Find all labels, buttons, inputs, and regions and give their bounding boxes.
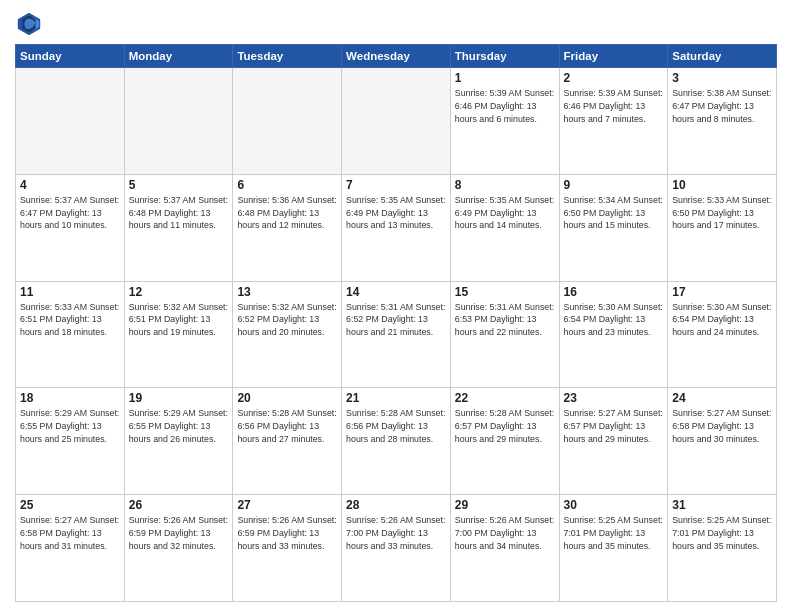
- col-header-tuesday: Tuesday: [233, 45, 342, 68]
- day-info: Sunrise: 5:27 AM Sunset: 6:58 PM Dayligh…: [20, 514, 120, 552]
- day-cell: 20Sunrise: 5:28 AM Sunset: 6:56 PM Dayli…: [233, 388, 342, 495]
- day-info: Sunrise: 5:33 AM Sunset: 6:51 PM Dayligh…: [20, 301, 120, 339]
- col-header-thursday: Thursday: [450, 45, 559, 68]
- day-number: 5: [129, 178, 229, 192]
- day-cell: 21Sunrise: 5:28 AM Sunset: 6:56 PM Dayli…: [342, 388, 451, 495]
- col-header-saturday: Saturday: [668, 45, 777, 68]
- day-info: Sunrise: 5:35 AM Sunset: 6:49 PM Dayligh…: [346, 194, 446, 232]
- day-cell: 28Sunrise: 5:26 AM Sunset: 7:00 PM Dayli…: [342, 495, 451, 602]
- day-number: 4: [20, 178, 120, 192]
- day-cell: 19Sunrise: 5:29 AM Sunset: 6:55 PM Dayli…: [124, 388, 233, 495]
- day-number: 26: [129, 498, 229, 512]
- calendar-table: SundayMondayTuesdayWednesdayThursdayFrid…: [15, 44, 777, 602]
- day-cell: 13Sunrise: 5:32 AM Sunset: 6:52 PM Dayli…: [233, 281, 342, 388]
- day-number: 18: [20, 391, 120, 405]
- col-header-monday: Monday: [124, 45, 233, 68]
- logo-icon: [15, 10, 43, 38]
- col-header-wednesday: Wednesday: [342, 45, 451, 68]
- week-row-3: 11Sunrise: 5:33 AM Sunset: 6:51 PM Dayli…: [16, 281, 777, 388]
- day-cell: 5Sunrise: 5:37 AM Sunset: 6:48 PM Daylig…: [124, 174, 233, 281]
- day-cell: 15Sunrise: 5:31 AM Sunset: 6:53 PM Dayli…: [450, 281, 559, 388]
- week-row-2: 4Sunrise: 5:37 AM Sunset: 6:47 PM Daylig…: [16, 174, 777, 281]
- day-number: 1: [455, 71, 555, 85]
- day-info: Sunrise: 5:25 AM Sunset: 7:01 PM Dayligh…: [672, 514, 772, 552]
- day-info: Sunrise: 5:36 AM Sunset: 6:48 PM Dayligh…: [237, 194, 337, 232]
- day-cell: 23Sunrise: 5:27 AM Sunset: 6:57 PM Dayli…: [559, 388, 668, 495]
- day-number: 27: [237, 498, 337, 512]
- day-cell: 1Sunrise: 5:39 AM Sunset: 6:46 PM Daylig…: [450, 68, 559, 175]
- day-cell: 30Sunrise: 5:25 AM Sunset: 7:01 PM Dayli…: [559, 495, 668, 602]
- header: [15, 10, 777, 38]
- week-row-4: 18Sunrise: 5:29 AM Sunset: 6:55 PM Dayli…: [16, 388, 777, 495]
- day-info: Sunrise: 5:31 AM Sunset: 6:53 PM Dayligh…: [455, 301, 555, 339]
- day-cell: [16, 68, 125, 175]
- col-header-friday: Friday: [559, 45, 668, 68]
- day-cell: 12Sunrise: 5:32 AM Sunset: 6:51 PM Dayli…: [124, 281, 233, 388]
- logo: [15, 10, 47, 38]
- day-cell: 31Sunrise: 5:25 AM Sunset: 7:01 PM Dayli…: [668, 495, 777, 602]
- day-cell: 10Sunrise: 5:33 AM Sunset: 6:50 PM Dayli…: [668, 174, 777, 281]
- day-number: 6: [237, 178, 337, 192]
- week-row-5: 25Sunrise: 5:27 AM Sunset: 6:58 PM Dayli…: [16, 495, 777, 602]
- day-info: Sunrise: 5:32 AM Sunset: 6:51 PM Dayligh…: [129, 301, 229, 339]
- day-info: Sunrise: 5:28 AM Sunset: 6:56 PM Dayligh…: [237, 407, 337, 445]
- day-info: Sunrise: 5:34 AM Sunset: 6:50 PM Dayligh…: [564, 194, 664, 232]
- day-cell: 22Sunrise: 5:28 AM Sunset: 6:57 PM Dayli…: [450, 388, 559, 495]
- day-info: Sunrise: 5:27 AM Sunset: 6:58 PM Dayligh…: [672, 407, 772, 445]
- day-info: Sunrise: 5:35 AM Sunset: 6:49 PM Dayligh…: [455, 194, 555, 232]
- day-cell: 18Sunrise: 5:29 AM Sunset: 6:55 PM Dayli…: [16, 388, 125, 495]
- day-number: 23: [564, 391, 664, 405]
- day-number: 22: [455, 391, 555, 405]
- day-cell: [342, 68, 451, 175]
- day-info: Sunrise: 5:39 AM Sunset: 6:46 PM Dayligh…: [564, 87, 664, 125]
- day-number: 7: [346, 178, 446, 192]
- day-info: Sunrise: 5:30 AM Sunset: 6:54 PM Dayligh…: [564, 301, 664, 339]
- day-number: 19: [129, 391, 229, 405]
- day-number: 14: [346, 285, 446, 299]
- day-cell: 16Sunrise: 5:30 AM Sunset: 6:54 PM Dayli…: [559, 281, 668, 388]
- day-number: 21: [346, 391, 446, 405]
- day-info: Sunrise: 5:26 AM Sunset: 7:00 PM Dayligh…: [455, 514, 555, 552]
- day-number: 17: [672, 285, 772, 299]
- day-info: Sunrise: 5:28 AM Sunset: 6:57 PM Dayligh…: [455, 407, 555, 445]
- day-cell: 24Sunrise: 5:27 AM Sunset: 6:58 PM Dayli…: [668, 388, 777, 495]
- day-info: Sunrise: 5:27 AM Sunset: 6:57 PM Dayligh…: [564, 407, 664, 445]
- day-number: 24: [672, 391, 772, 405]
- day-cell: 17Sunrise: 5:30 AM Sunset: 6:54 PM Dayli…: [668, 281, 777, 388]
- day-info: Sunrise: 5:33 AM Sunset: 6:50 PM Dayligh…: [672, 194, 772, 232]
- day-number: 9: [564, 178, 664, 192]
- day-number: 16: [564, 285, 664, 299]
- day-info: Sunrise: 5:30 AM Sunset: 6:54 PM Dayligh…: [672, 301, 772, 339]
- day-number: 25: [20, 498, 120, 512]
- day-info: Sunrise: 5:31 AM Sunset: 6:52 PM Dayligh…: [346, 301, 446, 339]
- day-info: Sunrise: 5:29 AM Sunset: 6:55 PM Dayligh…: [20, 407, 120, 445]
- day-info: Sunrise: 5:26 AM Sunset: 6:59 PM Dayligh…: [129, 514, 229, 552]
- day-cell: 2Sunrise: 5:39 AM Sunset: 6:46 PM Daylig…: [559, 68, 668, 175]
- week-row-1: 1Sunrise: 5:39 AM Sunset: 6:46 PM Daylig…: [16, 68, 777, 175]
- day-info: Sunrise: 5:26 AM Sunset: 6:59 PM Dayligh…: [237, 514, 337, 552]
- day-number: 15: [455, 285, 555, 299]
- col-header-sunday: Sunday: [16, 45, 125, 68]
- day-number: 12: [129, 285, 229, 299]
- day-cell: 8Sunrise: 5:35 AM Sunset: 6:49 PM Daylig…: [450, 174, 559, 281]
- day-cell: 6Sunrise: 5:36 AM Sunset: 6:48 PM Daylig…: [233, 174, 342, 281]
- day-cell: 29Sunrise: 5:26 AM Sunset: 7:00 PM Dayli…: [450, 495, 559, 602]
- day-number: 13: [237, 285, 337, 299]
- calendar-header-row: SundayMondayTuesdayWednesdayThursdayFrid…: [16, 45, 777, 68]
- day-number: 11: [20, 285, 120, 299]
- day-number: 8: [455, 178, 555, 192]
- day-number: 3: [672, 71, 772, 85]
- day-info: Sunrise: 5:37 AM Sunset: 6:47 PM Dayligh…: [20, 194, 120, 232]
- day-cell: [233, 68, 342, 175]
- day-number: 30: [564, 498, 664, 512]
- day-cell: 14Sunrise: 5:31 AM Sunset: 6:52 PM Dayli…: [342, 281, 451, 388]
- day-cell: 3Sunrise: 5:38 AM Sunset: 6:47 PM Daylig…: [668, 68, 777, 175]
- day-number: 31: [672, 498, 772, 512]
- day-cell: 25Sunrise: 5:27 AM Sunset: 6:58 PM Dayli…: [16, 495, 125, 602]
- day-number: 28: [346, 498, 446, 512]
- day-cell: 26Sunrise: 5:26 AM Sunset: 6:59 PM Dayli…: [124, 495, 233, 602]
- day-cell: [124, 68, 233, 175]
- day-info: Sunrise: 5:28 AM Sunset: 6:56 PM Dayligh…: [346, 407, 446, 445]
- day-cell: 27Sunrise: 5:26 AM Sunset: 6:59 PM Dayli…: [233, 495, 342, 602]
- day-number: 29: [455, 498, 555, 512]
